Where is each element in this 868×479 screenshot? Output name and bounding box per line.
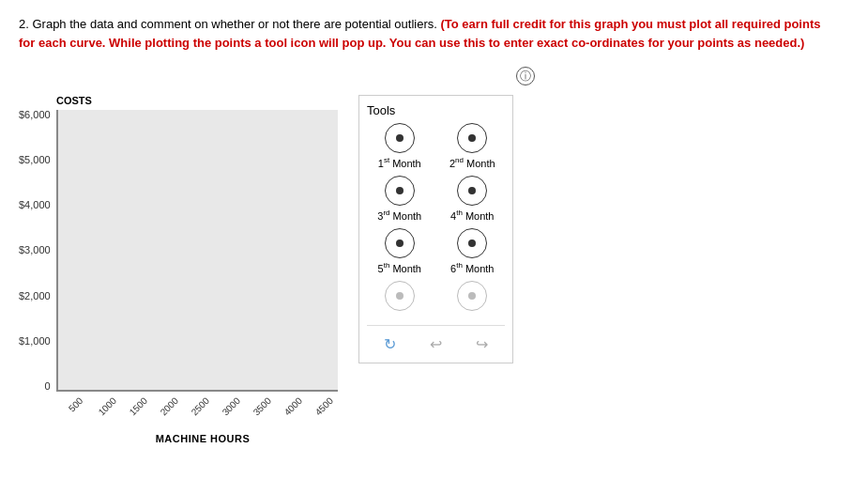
y-tick-0: 0 xyxy=(45,381,51,392)
y-tick-4000: $4,000 xyxy=(19,200,51,210)
tool-circle-2nd[interactable] xyxy=(457,123,487,153)
graph-area: COSTS $6,000 $5,000 $4,000 $3,000 $2,000… xyxy=(19,95,849,444)
tool-dot-4th xyxy=(468,187,476,194)
y-tick-3000: $3,000 xyxy=(19,245,51,255)
tool-label-5th: 5th Month xyxy=(378,261,421,275)
tool-circle-5th[interactable] xyxy=(385,228,415,258)
x-axis-title: MACHINE HOURS xyxy=(62,433,343,444)
x-tick-500: 500 xyxy=(67,395,85,414)
question-body: Graph the data and comment on whether or… xyxy=(32,17,440,31)
x-tick-3500: 3500 xyxy=(251,395,274,418)
tool-item-2nd[interactable]: 2nd Month xyxy=(440,123,506,170)
chart-plot[interactable] xyxy=(56,110,338,392)
y-tick-5000: $5,000 xyxy=(19,155,51,165)
tool-item-4th[interactable]: 4th Month xyxy=(440,176,506,223)
x-axis-container: 500 1000 1500 2000 2500 3000 3500 4000 4… xyxy=(62,392,343,429)
y-tick-2000: $2,000 xyxy=(19,291,51,301)
tool-item-inactive-2[interactable] xyxy=(440,281,506,314)
question-text: 2. Graph the data and comment on whether… xyxy=(19,15,826,52)
tool-circle-1st[interactable] xyxy=(385,123,415,153)
tools-title: Tools xyxy=(367,103,505,117)
tool-dot-5th xyxy=(396,240,404,247)
x-tick-4000: 4000 xyxy=(282,395,305,418)
x-tick-3000: 3000 xyxy=(221,395,243,418)
question-number: 2. xyxy=(19,17,29,31)
info-icon[interactable]: ⓘ xyxy=(516,67,535,85)
x-tick-4500: 4500 xyxy=(313,395,336,418)
x-tick-2500: 2500 xyxy=(190,395,212,418)
tool-label-6th: 6th Month xyxy=(450,261,494,275)
tool-circle-6th[interactable] xyxy=(457,228,487,258)
tool-item-5th[interactable]: 5th Month xyxy=(367,228,433,275)
tool-dot-3rd xyxy=(396,187,404,194)
chart-title: COSTS xyxy=(56,95,343,106)
tool-item-3rd[interactable]: 3rd Month xyxy=(367,176,433,223)
tool-label-1st: 1st Month xyxy=(378,156,421,170)
y-tick-6000: $6,000 xyxy=(19,110,51,120)
x-tick-1500: 1500 xyxy=(128,395,150,418)
tool-dot-2nd xyxy=(468,134,476,142)
tool-dot-inactive-1 xyxy=(396,292,404,300)
tool-item-1st[interactable]: 1st Month xyxy=(367,123,433,170)
tool-dot-6th xyxy=(468,240,476,247)
tool-circle-4th[interactable] xyxy=(457,176,487,206)
tool-label-2nd: 2nd Month xyxy=(449,156,495,170)
x-tick-2000: 2000 xyxy=(159,395,181,418)
x-tick-1000: 1000 xyxy=(97,395,119,418)
tool-dot-inactive-2 xyxy=(468,292,476,300)
tool-label-3rd: 3rd Month xyxy=(377,209,421,223)
tools-actions: ↻ ↩ ↪ xyxy=(367,325,505,355)
tools-panel: Tools 1st Month 2nd Month 3rd Month xyxy=(358,95,513,363)
tool-item-inactive-1[interactable] xyxy=(367,281,433,314)
tool-circle-3rd[interactable] xyxy=(385,176,415,206)
tools-grid: 1st Month 2nd Month 3rd Month 4th Month xyxy=(367,123,505,317)
undo-icon[interactable]: ↩ xyxy=(426,333,446,355)
tool-circle-inactive-2[interactable] xyxy=(457,281,487,311)
redo-icon[interactable]: ↪ xyxy=(472,333,492,355)
tool-label-4th: 4th Month xyxy=(450,209,494,223)
tool-circle-inactive-1[interactable] xyxy=(385,281,415,311)
chart-wrapper: COSTS $6,000 $5,000 $4,000 $3,000 $2,000… xyxy=(19,95,343,444)
y-tick-1000: $1,000 xyxy=(19,336,51,347)
tool-item-6th[interactable]: 6th Month xyxy=(440,228,506,275)
y-axis: $6,000 $5,000 $4,000 $3,000 $2,000 $1,00… xyxy=(19,110,51,392)
refresh-icon[interactable]: ↻ xyxy=(380,333,400,355)
tool-dot-1st xyxy=(396,134,404,142)
